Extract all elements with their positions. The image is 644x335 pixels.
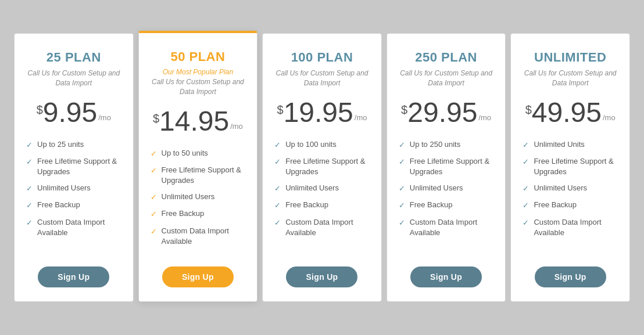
plan-price: $ 9.95 /mo: [37, 99, 111, 127]
feature-item: ✓ Unlimited Units: [523, 139, 618, 150]
price-amount: 49.95: [532, 99, 602, 127]
feature-item: ✓ Free Backup: [151, 208, 246, 219]
feature-item: ✓ Unlimited Users: [26, 183, 121, 194]
check-icon: ✓: [151, 165, 157, 176]
signup-button[interactable]: Sign Up: [410, 266, 482, 287]
feature-item: ✓ Custom Data Import Available: [399, 217, 494, 238]
feature-item: ✓ Free Backup: [274, 200, 370, 211]
check-icon: ✓: [26, 183, 33, 194]
signup-button[interactable]: Sign Up: [286, 266, 357, 287]
feature-text: Unlimited Users: [534, 183, 587, 193]
plan-subtitle: Call Us for Custom Setup and Data Import: [399, 69, 494, 88]
plan-features-list: ✓ Up to 50 units ✓ Free Lifetime Support…: [151, 148, 246, 253]
plan-popular-label: Our Most Popular Plan: [163, 68, 233, 76]
feature-text: Free Backup: [534, 200, 577, 210]
plan-name: UNLIMITED: [534, 50, 606, 65]
check-icon: ✓: [151, 149, 157, 159]
feature-text: Custom Data Import Available: [162, 226, 246, 247]
feature-text: Free Backup: [410, 200, 453, 210]
feature-item: ✓ Free Backup: [399, 200, 494, 211]
feature-text: Free Lifetime Support & Upgrades: [534, 156, 618, 177]
feature-text: Custom Data Import Available: [410, 217, 494, 238]
feature-item: ✓ Free Lifetime Support & Upgrades: [26, 156, 121, 177]
check-icon: ✓: [26, 157, 33, 167]
plan-card-plan-unlimited: UNLIMITED Call Us for Custom Setup and D…: [510, 33, 630, 302]
feature-text: Unlimited Users: [410, 183, 463, 193]
feature-text: Free Lifetime Support & Upgrades: [410, 156, 494, 177]
plan-name: 250 PLAN: [415, 50, 477, 65]
signup-button[interactable]: Sign Up: [162, 266, 234, 287]
feature-item: ✓ Free Lifetime Support & Upgrades: [523, 156, 618, 177]
plan-price: $ 49.95 /mo: [525, 99, 616, 127]
check-icon: ✓: [274, 218, 281, 228]
feature-item: ✓ Unlimited Users: [151, 192, 246, 203]
feature-item: ✓ Up to 25 units: [26, 139, 121, 150]
feature-item: ✓ Free Lifetime Support & Upgrades: [274, 156, 370, 177]
price-dollar-sign: $: [401, 103, 407, 117]
check-icon: ✓: [151, 226, 157, 237]
price-period: /mo: [230, 122, 243, 131]
check-icon: ✓: [26, 140, 33, 150]
feature-text: Free Lifetime Support & Upgrades: [285, 156, 370, 177]
plan-price: $ 29.95 /mo: [401, 99, 491, 127]
price-period: /mo: [98, 113, 111, 122]
feature-item: ✓ Up to 250 units: [399, 139, 494, 150]
plan-subtitle: Call Us for Custom Setup and Data Import: [523, 69, 618, 88]
feature-text: Up to 25 units: [37, 139, 84, 150]
plan-price: $ 19.95 /mo: [277, 99, 367, 127]
check-icon: ✓: [523, 183, 529, 194]
feature-text: Up to 50 units: [162, 148, 208, 159]
check-icon: ✓: [26, 218, 33, 228]
signup-button[interactable]: Sign Up: [535, 266, 606, 287]
plan-subtitle: Call Us for Custom Setup and Data Import: [26, 69, 121, 88]
feature-text: Free Backup: [37, 200, 80, 210]
check-icon: ✓: [523, 140, 529, 150]
price-amount: 29.95: [407, 99, 477, 127]
feature-item: ✓ Free Lifetime Support & Upgrades: [151, 165, 246, 186]
plan-card-plan-250: 250 PLAN Call Us for Custom Setup and Da…: [387, 33, 506, 302]
check-icon: ✓: [151, 192, 157, 203]
pricing-container: 25 PLAN Call Us for Custom Setup and Dat…: [12, 31, 632, 304]
feature-item: ✓ Free Lifetime Support & Upgrades: [399, 156, 494, 177]
check-icon: ✓: [523, 218, 529, 228]
plan-subtitle: Call Us for Custom Setup and Data Import: [274, 69, 370, 88]
feature-text: Unlimited Users: [37, 183, 91, 193]
feature-text: Free Backup: [285, 200, 328, 210]
check-icon: ✓: [523, 200, 529, 211]
check-icon: ✓: [274, 157, 281, 167]
check-icon: ✓: [26, 200, 33, 211]
plan-price: $ 14.95 /mo: [153, 107, 243, 135]
feature-item: ✓ Unlimited Users: [523, 183, 618, 194]
plan-features-list: ✓ Up to 100 units ✓ Free Lifetime Suppor…: [274, 139, 370, 253]
plan-features-list: ✓ Up to 25 units ✓ Free Lifetime Support…: [26, 139, 121, 253]
plan-features-list: ✓ Unlimited Units ✓ Free Lifetime Suppor…: [523, 139, 618, 253]
check-icon: ✓: [151, 209, 157, 219]
plan-features-list: ✓ Up to 250 units ✓ Free Lifetime Suppor…: [399, 139, 494, 253]
signup-button[interactable]: Sign Up: [38, 266, 109, 287]
feature-item: ✓ Unlimited Users: [399, 183, 494, 194]
feature-item: ✓ Free Backup: [26, 200, 121, 211]
check-icon: ✓: [399, 200, 405, 211]
feature-item: ✓ Unlimited Users: [274, 183, 370, 194]
check-icon: ✓: [399, 218, 405, 228]
check-icon: ✓: [274, 183, 281, 194]
feature-item: ✓ Up to 100 units: [274, 139, 370, 150]
plan-name: 25 PLAN: [46, 50, 101, 65]
feature-text: Free Backup: [162, 208, 205, 219]
feature-text: Unlimited Users: [162, 192, 215, 202]
feature-item: ✓ Custom Data Import Available: [274, 217, 370, 238]
feature-text: Unlimited Users: [285, 183, 339, 193]
check-icon: ✓: [274, 200, 281, 211]
feature-item: ✓ Free Backup: [523, 200, 618, 211]
feature-item: ✓ Custom Data Import Available: [523, 217, 618, 238]
price-period: /mo: [478, 113, 491, 122]
price-dollar-sign: $: [525, 103, 532, 117]
feature-text: Custom Data Import Available: [285, 217, 370, 238]
check-icon: ✓: [274, 140, 281, 150]
feature-text: Unlimited Units: [534, 139, 584, 150]
feature-text: Free Lifetime Support & Upgrades: [37, 156, 121, 177]
check-icon: ✓: [399, 183, 405, 194]
feature-text: Custom Data Import Available: [534, 217, 618, 238]
check-icon: ✓: [399, 157, 405, 167]
check-icon: ✓: [399, 140, 405, 150]
